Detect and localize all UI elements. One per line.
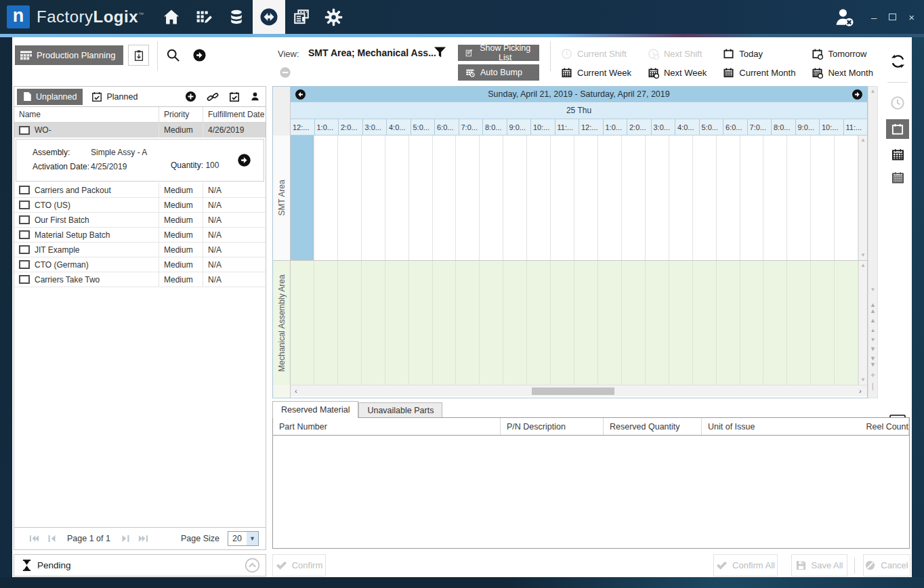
schedule-cell[interactable] (551, 261, 574, 385)
cancel-button[interactable]: Cancel (863, 554, 910, 576)
schedule-check-icon[interactable] (229, 91, 240, 102)
schedule-cell[interactable] (574, 135, 598, 260)
previous-page-icon[interactable] (47, 534, 56, 543)
schedule-cell[interactable] (717, 261, 740, 385)
table-column-header[interactable]: P/N Description (501, 418, 604, 435)
current-week-button[interactable]: Current Week (561, 64, 631, 81)
schedule-cell[interactable] (740, 135, 764, 260)
assign-user-icon[interactable] (250, 91, 260, 102)
column-priority[interactable]: Priority (159, 107, 203, 122)
row-checkbox[interactable] (19, 215, 30, 224)
schedule-cell[interactable] (409, 135, 433, 260)
show-picking-list-button[interactable]: Show Picking List (458, 45, 539, 61)
time-column-header[interactable]: 10:... (531, 119, 555, 135)
zoom-controls[interactable]: ▲▲ ▲ ▴ ▾ ▼ ▼▼ + ∣ (870, 302, 876, 390)
schedule-cell[interactable] (527, 261, 551, 385)
time-column-header[interactable]: 5:0... (700, 119, 724, 135)
time-column-header[interactable]: 2:0... (339, 119, 363, 135)
tab-unavailable-parts[interactable]: Unavailable Parts (358, 402, 442, 418)
schedule-cell[interactable] (646, 135, 669, 260)
week-view-icon[interactable] (891, 148, 905, 161)
next-month-button[interactable]: Next Month (812, 64, 873, 81)
auto-bump-button[interactable]: Auto Bump (458, 64, 539, 81)
expand-pending-icon[interactable] (245, 558, 260, 573)
time-column-header[interactable]: 8:0... (483, 119, 507, 135)
time-column-header[interactable]: 3:0... (363, 119, 387, 135)
production-definitions-icon[interactable] (188, 0, 220, 34)
vertical-scrollbar[interactable]: ▲ ▼ ▲▲ ▲ ▴ ▾ ▼ ▼▼ + ∣ (868, 86, 878, 398)
schedule-cell[interactable] (456, 261, 480, 385)
JIT Example[interactable]: JIT Example Medium N/A (14, 243, 266, 257)
column-name[interactable]: Name (14, 107, 159, 122)
schedule-cell[interactable] (503, 135, 527, 260)
schedule-cell[interactable] (480, 261, 503, 385)
schedule-cell[interactable] (574, 261, 598, 385)
table-column-header[interactable]: Reserved Quantity (604, 418, 702, 435)
table-column-header[interactable]: Reel Count (860, 418, 909, 435)
Our First Batch[interactable]: Our First Batch Medium N/A (14, 213, 266, 228)
step-up-icon[interactable]: ▴ (871, 327, 875, 333)
schedule-cell[interactable] (480, 135, 503, 260)
confirm-button[interactable]: Confirm (272, 554, 326, 576)
next-week-icon[interactable] (852, 89, 863, 100)
schedule-cell[interactable] (598, 261, 622, 385)
maximize-button[interactable] (889, 14, 896, 20)
time-column-header[interactable]: 4:0... (675, 119, 700, 135)
tab-planned[interactable]: Planned (85, 89, 144, 105)
close-button[interactable]: × (908, 12, 915, 22)
schedule-cell[interactable] (314, 135, 338, 260)
link-icon[interactable] (207, 91, 219, 102)
schedule-cell[interactable] (456, 135, 480, 260)
save-all-button[interactable]: Save All (791, 554, 847, 576)
settings-gear-icon[interactable] (318, 0, 350, 34)
refresh-icon[interactable] (890, 54, 906, 69)
time-column-header[interactable]: 4:0... (387, 119, 411, 135)
schedule-cell[interactable] (527, 135, 551, 260)
column-fulfillment-date[interactable]: Fulfillment Date (203, 107, 266, 122)
time-column-header[interactable]: 2:0... (627, 119, 652, 135)
previous-week-icon[interactable] (295, 89, 306, 100)
reports-icon[interactable] (285, 0, 318, 34)
current-shift-button[interactable]: Current Shift (561, 45, 631, 62)
time-column-header[interactable]: 5:0... (411, 119, 436, 135)
tab-unplanned[interactable]: Unplanned (17, 89, 83, 105)
schedule-cell[interactable] (622, 261, 646, 385)
work-order-row-selected[interactable]: WO- Medium 4/26/2019 (14, 123, 266, 138)
schedule-cell[interactable] (291, 261, 314, 385)
row-checkbox[interactable] (19, 275, 30, 284)
scheduling-icon[interactable] (253, 0, 285, 34)
add-icon[interactable] (185, 91, 196, 102)
time-column-header[interactable]: 7:0... (459, 119, 484, 135)
row-checkbox[interactable] (19, 126, 30, 135)
schedule-cell[interactable] (385, 261, 409, 385)
scroll-top-icon[interactable]: ▲▲ (870, 302, 876, 314)
schedule-cell[interactable] (291, 135, 314, 260)
schedule-work-order-icon[interactable] (237, 153, 251, 167)
horizontal-scrollbar[interactable]: ‹ › (291, 385, 867, 396)
zoom-slider-icon[interactable]: ∣ (871, 383, 875, 390)
last-page-icon[interactable] (138, 534, 148, 543)
schedule-cell[interactable] (314, 261, 338, 385)
row-checkbox[interactable] (19, 186, 30, 194)
schedule-cell[interactable] (811, 261, 835, 385)
table-column-header[interactable]: Part Number (273, 418, 501, 435)
step-down-icon[interactable]: ▾ (871, 337, 875, 343)
schedule-cell[interactable] (787, 261, 811, 385)
day-header[interactable]: 25 Thu (291, 102, 867, 119)
time-column-header[interactable]: 9:0... (796, 119, 820, 135)
home-icon[interactable] (155, 0, 188, 34)
next-shift-button[interactable]: Next Shift (648, 45, 707, 62)
time-column-header[interactable]: 11:... (555, 119, 580, 135)
schedule-cell[interactable] (835, 135, 858, 260)
schedule-cell[interactable] (763, 261, 787, 385)
scroll-left-icon[interactable]: ‹ (291, 387, 301, 395)
Material Setup Batch[interactable]: Material Setup Batch Medium N/A (14, 228, 266, 243)
time-column-header[interactable]: 6:0... (435, 119, 459, 135)
schedule-cell[interactable] (503, 261, 527, 385)
CTO (US)[interactable]: CTO (US) Medium N/A (14, 198, 266, 213)
first-page-icon[interactable] (29, 534, 39, 543)
scrollbar-thumb[interactable] (532, 387, 614, 395)
page-down-icon[interactable]: ▼ (870, 346, 876, 352)
schedule-cell[interactable] (622, 135, 646, 260)
schedule-cell[interactable] (551, 135, 574, 260)
